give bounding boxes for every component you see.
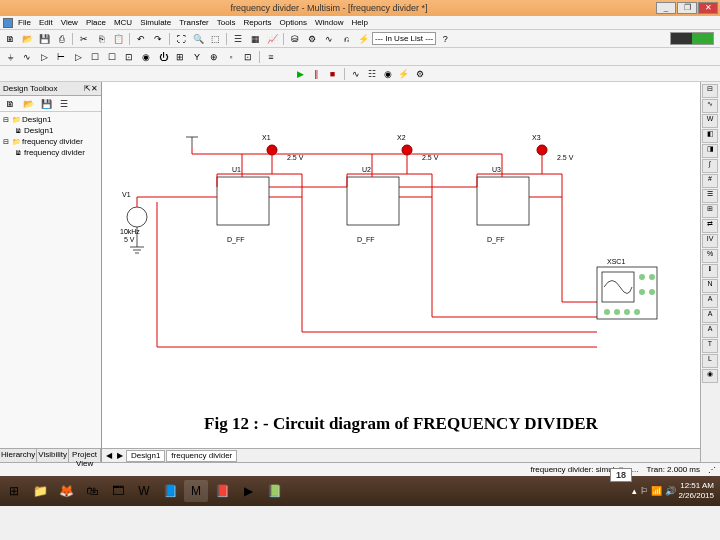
network-button[interactable]: N: [702, 279, 718, 293]
tab-scroll-right-icon[interactable]: ▶: [115, 451, 125, 460]
grapher-button[interactable]: 📈: [264, 32, 280, 46]
undo-button[interactable]: ↶: [133, 32, 149, 46]
tb-open-button[interactable]: 📂: [20, 97, 36, 111]
tray-flag-icon[interactable]: ⚐: [640, 486, 648, 496]
tb-new-button[interactable]: 🗎: [2, 97, 18, 111]
distortion-button[interactable]: %: [702, 249, 718, 263]
taskbar-firefox[interactable]: 🦊: [54, 480, 78, 502]
settings-button[interactable]: ⚙: [413, 68, 427, 80]
probe-button[interactable]: ◉: [381, 68, 395, 80]
oscilloscope-button[interactable]: ◧: [702, 129, 718, 143]
tree-freqdiv-file[interactable]: frequency divider: [24, 148, 85, 157]
tab-visibility[interactable]: Visibility: [37, 449, 69, 462]
labview-button[interactable]: L: [702, 354, 718, 368]
funcgen-button[interactable]: ∿: [702, 99, 718, 113]
tb-list-button[interactable]: ☰: [56, 97, 72, 111]
electrical-button[interactable]: ⚡: [355, 32, 371, 46]
toolbox-pin-icon[interactable]: ⇱: [84, 84, 91, 93]
start-button[interactable]: ⊞: [2, 480, 26, 502]
tab-design1[interactable]: Design1: [126, 450, 165, 462]
iv-button[interactable]: IV: [702, 234, 718, 248]
minimize-button[interactable]: _: [656, 2, 676, 14]
taskbar-store[interactable]: 🛍: [80, 480, 104, 502]
place-analog-button[interactable]: ▷: [70, 50, 86, 64]
tray-up-icon[interactable]: ▴: [632, 486, 637, 496]
place-mcu-button[interactable]: ⊡: [240, 50, 256, 64]
print-button[interactable]: ⎙: [53, 32, 69, 46]
tab-freqdiv[interactable]: frequency divider: [166, 450, 237, 462]
place-bus-button[interactable]: ≡: [263, 50, 279, 64]
help-button[interactable]: ?: [437, 32, 453, 46]
menu-window[interactable]: Window: [312, 18, 346, 27]
analyses-button[interactable]: ∿: [321, 32, 337, 46]
tek-scope-button[interactable]: T: [702, 339, 718, 353]
zoom-fit-button[interactable]: ⛶: [173, 32, 189, 46]
analyses-button[interactable]: ☷: [365, 68, 379, 80]
freq-counter-button[interactable]: #: [702, 174, 718, 188]
place-electro-button[interactable]: ⊕: [206, 50, 222, 64]
taskbar-multisim[interactable]: M: [184, 480, 208, 502]
close-button[interactable]: ✕: [698, 2, 718, 14]
taskbar-acrobat[interactable]: 📕: [210, 480, 234, 502]
place-source-button[interactable]: ⏚: [2, 50, 18, 64]
place-basic-button[interactable]: ∿: [19, 50, 35, 64]
zoom-in-button[interactable]: 🔍: [190, 32, 206, 46]
multimeter-button[interactable]: ⊟: [702, 84, 718, 98]
tray-volume-icon[interactable]: 🔊: [665, 486, 676, 496]
taskbar-video[interactable]: ▶: [236, 480, 260, 502]
db-button[interactable]: ⛁: [287, 32, 303, 46]
component-button[interactable]: ⚙: [304, 32, 320, 46]
menu-reports[interactable]: Reports: [240, 18, 274, 27]
agilent-fg-button[interactable]: A: [702, 294, 718, 308]
place-ttl-button[interactable]: ☐: [87, 50, 103, 64]
restore-button[interactable]: ❐: [677, 2, 697, 14]
wordgen-button[interactable]: ☰: [702, 189, 718, 203]
trigger-button[interactable]: ⚡: [397, 68, 411, 80]
menu-simulate[interactable]: Simulate: [137, 18, 174, 27]
taskbar-app3[interactable]: 📗: [262, 480, 286, 502]
agilent-scope-button[interactable]: A: [702, 324, 718, 338]
spectrum-button[interactable]: ⫿: [702, 264, 718, 278]
schematic-canvas[interactable]: X1 2.5 V X2 2.5 V X3 2.5 V U1 D_FF U2 D_…: [102, 82, 700, 462]
menu-help[interactable]: Help: [348, 18, 370, 27]
place-misc2-button[interactable]: ⊞: [172, 50, 188, 64]
save-button[interactable]: 💾: [36, 32, 52, 46]
tab-hierarchy[interactable]: Hierarchy: [0, 449, 37, 462]
taskbar-app2[interactable]: 📘: [158, 480, 182, 502]
4ch-scope-button[interactable]: ◨: [702, 144, 718, 158]
tray-clock[interactable]: 12:51 AM2/26/2015: [678, 481, 718, 501]
logic-converter-button[interactable]: ⇄: [702, 219, 718, 233]
tree-design1-folder[interactable]: Design1: [22, 115, 51, 124]
zoom-area-button[interactable]: ⬚: [207, 32, 223, 46]
design-tree[interactable]: ⊟📁Design1 🗎Design1 ⊟📁frequency divider 🗎…: [0, 112, 101, 448]
place-indicator-button[interactable]: ◉: [138, 50, 154, 64]
pause-button[interactable]: ∥: [310, 68, 324, 80]
taskbar-explorer[interactable]: 📁: [28, 480, 52, 502]
copy-button[interactable]: ⎘: [93, 32, 109, 46]
run-button[interactable]: ▶: [294, 68, 308, 80]
spreadsheet-button[interactable]: ▦: [247, 32, 263, 46]
redo-button[interactable]: ↷: [150, 32, 166, 46]
stop-button[interactable]: ■: [326, 68, 340, 80]
toolbox-close-icon[interactable]: ✕: [91, 84, 98, 93]
open-button[interactable]: 📂: [19, 32, 35, 46]
place-diode-button[interactable]: ▷: [36, 50, 52, 64]
taskbar-word[interactable]: W: [132, 480, 156, 502]
tb-save-button[interactable]: 💾: [38, 97, 54, 111]
current-probe-button[interactable]: ◉: [702, 369, 718, 383]
logic-analyzer-button[interactable]: ⊞: [702, 204, 718, 218]
tab-scroll-left-icon[interactable]: ◀: [104, 451, 114, 460]
tab-projectview[interactable]: Project View: [69, 449, 101, 462]
menu-options[interactable]: Options: [276, 18, 310, 27]
switch-indicator[interactable]: [670, 32, 714, 45]
place-connector-button[interactable]: ◦: [223, 50, 239, 64]
menu-transfer[interactable]: Transfer: [176, 18, 212, 27]
taskbar-app1[interactable]: 🗔: [106, 480, 130, 502]
agilent-mm-button[interactable]: A: [702, 309, 718, 323]
place-misc-button[interactable]: ⊡: [121, 50, 137, 64]
menu-mcu[interactable]: MCU: [111, 18, 135, 27]
paste-button[interactable]: 📋: [110, 32, 126, 46]
cut-button[interactable]: ✂: [76, 32, 92, 46]
bode-button[interactable]: ∫: [702, 159, 718, 173]
menu-tools[interactable]: Tools: [214, 18, 239, 27]
